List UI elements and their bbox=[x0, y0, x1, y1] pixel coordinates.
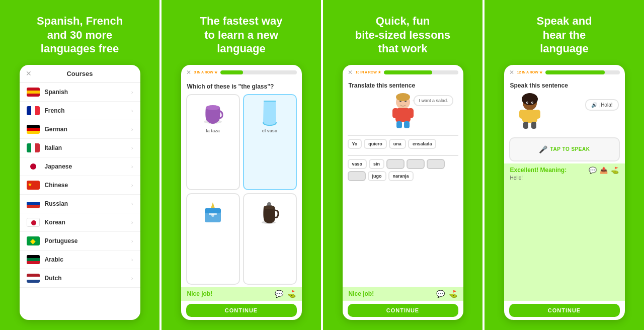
svg-point-3 bbox=[206, 105, 220, 110]
progress-fill bbox=[545, 70, 605, 74]
chevron-icon: › bbox=[131, 89, 133, 95]
flag-spain bbox=[27, 88, 40, 97]
progress-bar bbox=[384, 70, 458, 74]
list-item[interactable]: Portuguese › bbox=[20, 232, 140, 251]
courses-title: Courses bbox=[66, 70, 93, 77]
course-name: German bbox=[45, 126, 131, 133]
course-name: Dutch bbox=[45, 275, 131, 282]
speak-question: Speak this sentence bbox=[504, 80, 625, 91]
hola-text: ¡Hola! bbox=[599, 102, 613, 108]
list-item[interactable]: Japanese › bbox=[20, 157, 140, 176]
panel-2: The fastest wayto learn a newlanguage ✕ … bbox=[159, 0, 321, 330]
continue-button[interactable]: CONTINUE bbox=[509, 304, 620, 317]
translate-question: Translate this sentence bbox=[343, 80, 463, 91]
tap-speak-label: TAP TO SPEAK bbox=[550, 146, 590, 152]
list-item[interactable]: French › bbox=[20, 102, 140, 120]
tap-to-speak-box[interactable]: 🎤 TAP TO SPEAK bbox=[509, 137, 620, 161]
flag-icon[interactable]: ⛳ bbox=[611, 167, 619, 174]
word-chip-jugo[interactable]: jugo bbox=[368, 171, 386, 181]
word-chip-yo[interactable]: Yo bbox=[348, 139, 362, 149]
comment-icon[interactable]: 💬 bbox=[436, 290, 445, 298]
word-chip-una[interactable]: una bbox=[389, 139, 406, 149]
close-icon[interactable]: ✕ bbox=[186, 69, 191, 76]
feedback-icons: 💬 ⛳ bbox=[436, 290, 457, 298]
flag-italy bbox=[27, 143, 40, 152]
share-icon[interactable]: ⛳ bbox=[287, 290, 296, 298]
card-label: el vaso bbox=[262, 128, 278, 133]
word-bank-area: vaso sin jugo naranja bbox=[348, 155, 458, 183]
svg-rect-14 bbox=[392, 108, 398, 118]
svg-point-1 bbox=[31, 220, 36, 225]
chevron-icon: › bbox=[131, 201, 133, 207]
speaker-icon: 🔊 bbox=[591, 102, 597, 108]
quiz-card-vaso[interactable]: el vaso bbox=[243, 94, 297, 191]
flag-korea bbox=[27, 218, 40, 227]
nice-job-text: Nice job! bbox=[187, 290, 213, 297]
svg-rect-16 bbox=[396, 121, 402, 128]
word-chip-naranja[interactable]: naranja bbox=[388, 171, 414, 181]
list-item[interactable]: Arabic › bbox=[20, 251, 140, 269]
close-icon[interactable]: ✕ bbox=[509, 69, 514, 76]
flag-netherlands bbox=[27, 274, 40, 283]
nice-job-bar: Nice job! 💬 ⛳ bbox=[181, 287, 302, 301]
comment-icon[interactable]: 💬 bbox=[589, 167, 597, 174]
quiz-card-taza[interactable]: la taza bbox=[186, 94, 240, 191]
continue-button[interactable]: CONTINUE bbox=[348, 304, 458, 317]
course-name: Spanish bbox=[45, 89, 131, 96]
word-chip-sin[interactable]: sin bbox=[369, 159, 384, 169]
course-name: Chinese bbox=[45, 182, 131, 189]
streak-badge: 3 IN A ROW ★ bbox=[194, 70, 217, 74]
quiz-card-4[interactable] bbox=[243, 193, 297, 285]
close-icon[interactable]: ✕ bbox=[348, 69, 353, 76]
chevron-icon: › bbox=[131, 275, 133, 281]
panel-3: Quick, funbite-sized lessonsthat work ✕ … bbox=[321, 0, 482, 330]
panel-4: Speak andhear thelanguage ✕ 12 IN A ROW … bbox=[482, 0, 644, 330]
streak-badge: 10 IN A ROW ★ bbox=[356, 70, 381, 74]
word-chip-quiero[interactable]: quiero bbox=[364, 139, 387, 149]
list-item[interactable]: Russian › bbox=[20, 195, 140, 213]
word-chip-ensalada[interactable]: ensalada bbox=[408, 139, 437, 149]
cup-image bbox=[198, 99, 228, 127]
flag-china bbox=[27, 181, 40, 190]
chevron-icon: › bbox=[131, 108, 133, 114]
chevron-icon: › bbox=[131, 257, 133, 263]
panel-1: Spanish, Frenchand 30 morelanguages free… bbox=[0, 0, 159, 330]
list-item[interactable]: Italian › bbox=[20, 139, 140, 157]
glass-image bbox=[255, 99, 285, 127]
nice-job-bar: Nice job! 💬 ⛳ bbox=[343, 287, 463, 301]
list-item[interactable]: Chinese › bbox=[20, 176, 140, 195]
svg-marker-7 bbox=[211, 202, 215, 208]
list-item[interactable]: Korean › bbox=[20, 213, 140, 232]
share-icon[interactable]: ⛳ bbox=[449, 290, 457, 298]
chevron-icon: › bbox=[131, 182, 133, 188]
list-item[interactable]: Dutch › bbox=[20, 269, 140, 288]
close-icon[interactable]: ✕ bbox=[26, 69, 32, 77]
speak-header: ✕ 12 IN A ROW ★ bbox=[504, 65, 625, 80]
course-name: French bbox=[45, 107, 131, 114]
word-chips-bank-row1: vaso sin bbox=[348, 159, 458, 169]
svg-point-11 bbox=[267, 202, 271, 206]
svg-rect-5 bbox=[205, 208, 221, 213]
word-chip-blank bbox=[386, 159, 405, 169]
svg-rect-28 bbox=[519, 110, 525, 119]
flag-russia bbox=[27, 199, 40, 208]
chevron-icon: › bbox=[131, 163, 133, 170]
quiz-card-3[interactable] bbox=[186, 193, 240, 285]
continue-button[interactable]: CONTINUE bbox=[186, 304, 297, 317]
word-chip-blank bbox=[348, 171, 366, 181]
excellent-title: Excellent! Meaning: bbox=[510, 167, 567, 174]
comment-icon[interactable]: 💬 bbox=[275, 290, 283, 298]
list-item[interactable]: German › bbox=[20, 120, 140, 139]
list-item[interactable]: Spanish › bbox=[20, 83, 140, 102]
microphone-icon: 🎤 bbox=[539, 145, 547, 153]
speech-bubble: I want a salad. bbox=[414, 95, 453, 106]
streak-badge: 12 IN A ROW ★ bbox=[517, 70, 542, 74]
share-icon[interactable]: 📤 bbox=[600, 167, 608, 174]
svg-rect-31 bbox=[531, 122, 536, 129]
answer-chips-row: Yo quiero una ensalada bbox=[348, 139, 458, 149]
flag-japan bbox=[27, 162, 40, 171]
sugar-image bbox=[198, 198, 228, 226]
word-chip-vaso[interactable]: vaso bbox=[348, 159, 367, 169]
word-chip-blank bbox=[427, 159, 445, 169]
progress-bar bbox=[545, 70, 620, 74]
